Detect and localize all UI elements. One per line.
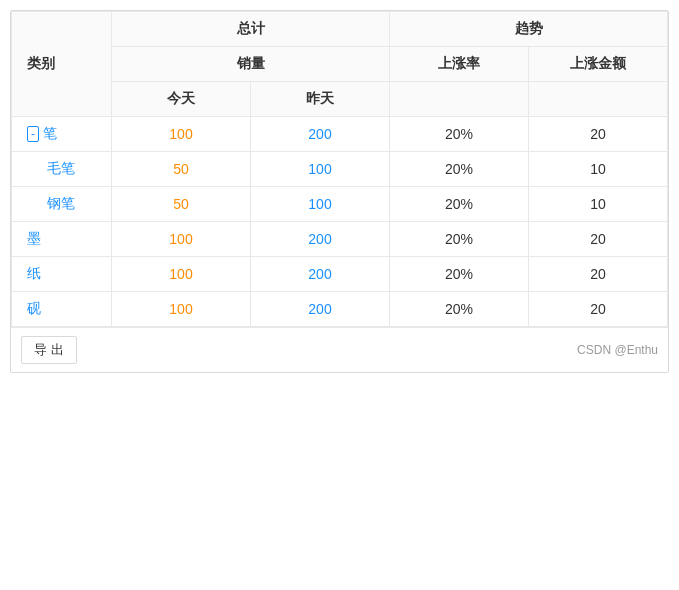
rise-rate-value: 20% — [390, 292, 529, 327]
category-cell: 纸 — [12, 257, 112, 292]
header-sales: 销量 — [112, 47, 390, 82]
today-value: 100 — [112, 292, 251, 327]
rise-rate-value: 20% — [390, 117, 529, 152]
sub-category-label: 钢笔 — [27, 195, 75, 211]
today-value: 100 — [112, 222, 251, 257]
table-row: - 笔 10020020%20 — [12, 117, 668, 152]
sub-rise-amount-value: 10 — [529, 152, 668, 187]
sub-today-value: 50 — [112, 152, 251, 187]
category-label: 墨 — [27, 230, 41, 246]
sub-yesterday-value: 100 — [251, 152, 390, 187]
footer-credit: CSDN @Enthu — [577, 343, 658, 357]
rise-rate-value: 20% — [390, 222, 529, 257]
table-row: 纸10020020%20 — [12, 257, 668, 292]
header-yesterday: 昨天 — [251, 82, 390, 117]
page-wrapper: 类别 总计 趋势 销量 上涨率 上涨金额 今天 昨天 — [0, 0, 679, 383]
header-rise-amount: 上涨金额 — [529, 47, 668, 82]
category-label: 纸 — [27, 265, 41, 281]
header-row-1: 类别 总计 趋势 — [12, 12, 668, 47]
sub-rise-rate-value: 20% — [390, 187, 529, 222]
expand-icon[interactable]: - — [27, 126, 39, 142]
rise-rate-value: 20% — [390, 257, 529, 292]
rise-amount-value: 20 — [529, 257, 668, 292]
table-body: - 笔 10020020%20毛笔5010020%10钢笔5010020%10墨… — [12, 117, 668, 327]
table-row-sub: 钢笔5010020%10 — [12, 187, 668, 222]
table-row: 砚10020020%20 — [12, 292, 668, 327]
table-row: 墨10020020%20 — [12, 222, 668, 257]
header-trend: 趋势 — [390, 12, 668, 47]
sub-yesterday-value: 100 — [251, 187, 390, 222]
header-rise-rate: 上涨率 — [390, 47, 529, 82]
main-table: 类别 总计 趋势 销量 上涨率 上涨金额 今天 昨天 — [11, 11, 668, 327]
header-category: 类别 — [12, 12, 112, 117]
footer-bar: 导 出 CSDN @Enthu — [11, 327, 668, 372]
yesterday-value: 200 — [251, 222, 390, 257]
category-label: 笔 — [43, 125, 57, 143]
sub-rise-rate-value: 20% — [390, 152, 529, 187]
today-value: 100 — [112, 117, 251, 152]
category-cell: - 笔 — [12, 117, 112, 152]
sub-category-label: 毛笔 — [27, 160, 75, 176]
rise-amount-value: 20 — [529, 222, 668, 257]
table-container: 类别 总计 趋势 销量 上涨率 上涨金额 今天 昨天 — [10, 10, 669, 373]
category-label: 砚 — [27, 300, 41, 316]
yesterday-value: 200 — [251, 117, 390, 152]
today-value: 100 — [112, 257, 251, 292]
sub-category-cell: 毛笔 — [12, 152, 112, 187]
sub-today-value: 50 — [112, 187, 251, 222]
sub-category-cell: 钢笔 — [12, 187, 112, 222]
header-today: 今天 — [112, 82, 251, 117]
table-row-sub: 毛笔5010020%10 — [12, 152, 668, 187]
rise-amount-value: 20 — [529, 292, 668, 327]
yesterday-value: 200 — [251, 292, 390, 327]
export-button[interactable]: 导 出 — [21, 336, 77, 364]
rise-amount-value: 20 — [529, 117, 668, 152]
header-total: 总计 — [112, 12, 390, 47]
sub-rise-amount-value: 10 — [529, 187, 668, 222]
category-cell: 砚 — [12, 292, 112, 327]
category-cell: 墨 — [12, 222, 112, 257]
yesterday-value: 200 — [251, 257, 390, 292]
